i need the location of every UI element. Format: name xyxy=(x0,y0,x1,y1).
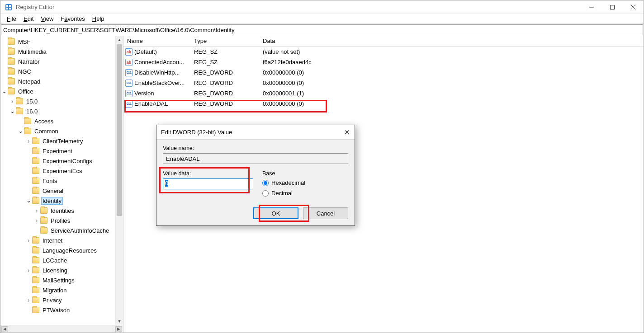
tree-pane: MSFMultimediaNarratorNGCNotepadOffice15.… xyxy=(0,36,123,333)
tree-item-label: Profiles xyxy=(49,217,71,224)
value-data-field[interactable] xyxy=(163,178,253,189)
value-name: (Default) xyxy=(134,48,157,55)
ok-button[interactable]: OK xyxy=(253,207,298,219)
radio-dec-input[interactable] xyxy=(262,190,269,197)
tree-item-general[interactable]: General xyxy=(0,186,123,196)
expand-arrow-icon[interactable] xyxy=(17,128,24,134)
value-name: EnableADAL xyxy=(134,100,168,107)
value-name: ConnectedAccou... xyxy=(134,59,184,66)
radio-hexadecimal[interactable]: Hexadecimal xyxy=(262,179,348,186)
maximize-button[interactable] xyxy=(602,0,623,14)
value-name-field[interactable] xyxy=(163,153,348,164)
tree-item-access[interactable]: Access xyxy=(0,116,123,126)
expand-arrow-icon[interactable] xyxy=(33,207,40,214)
tree-item-msf[interactable]: MSF xyxy=(0,37,123,47)
address-bar[interactable]: Computer\HKEY_CURRENT_USER\SOFTWARE\Micr… xyxy=(1,24,643,35)
dialog-title-bar[interactable]: Edit DWORD (32-bit) Value ✕ xyxy=(156,125,355,140)
minimize-button[interactable] xyxy=(581,0,602,14)
tree-item-languageresources[interactable]: LanguageResources xyxy=(0,245,123,255)
menu-help[interactable]: Help xyxy=(89,14,108,23)
folder-icon xyxy=(8,58,15,65)
tree-item-multimedia[interactable]: Multimedia xyxy=(0,47,123,56)
value-name: EnableStackOver... xyxy=(134,80,185,86)
close-button[interactable] xyxy=(623,0,644,14)
radio-hex-input[interactable] xyxy=(262,180,269,186)
tree-item-label: ExperimentEcs xyxy=(41,168,83,174)
column-data[interactable]: Data xyxy=(259,36,644,46)
scroll-thumb[interactable] xyxy=(117,44,122,216)
value-row[interactable]: 011VersionREG_DWORD0x00000001 (1) xyxy=(123,88,644,98)
radio-hex-label: Hexadecimal xyxy=(271,179,305,186)
tree-item-label: LCCache xyxy=(41,257,68,264)
tree-item-office[interactable]: Office xyxy=(0,86,123,96)
expand-arrow-icon[interactable] xyxy=(33,217,40,224)
tree-item-clienttelemetry[interactable]: ClientTelemetry xyxy=(0,136,123,146)
tree-item-common[interactable]: Common xyxy=(0,126,123,136)
list-body[interactable]: ab(Default)REG_SZ(value not set)abConnec… xyxy=(123,47,644,109)
expand-arrow-icon[interactable] xyxy=(9,98,16,105)
tree-item-privacy[interactable]: Privacy xyxy=(0,295,123,305)
tree-item-ptwatson[interactable]: PTWatson xyxy=(0,305,123,315)
column-type[interactable]: Type xyxy=(190,36,259,46)
expand-arrow-icon[interactable] xyxy=(25,267,32,274)
scroll-up-icon[interactable]: ▲ xyxy=(116,36,123,43)
value-row[interactable]: ab(Default)REG_SZ(value not set) xyxy=(123,47,644,57)
tree-item-profiles[interactable]: Profiles xyxy=(0,216,123,225)
tree-item-experimentconfigs[interactable]: ExperimentConfigs xyxy=(0,156,123,166)
tree-item-migration[interactable]: Migration xyxy=(0,285,123,295)
expand-arrow-icon[interactable] xyxy=(9,108,16,114)
menu-view[interactable]: View xyxy=(37,14,57,23)
tree-item-narrator[interactable]: Narrator xyxy=(0,56,123,66)
expand-arrow-icon[interactable] xyxy=(25,198,32,204)
tree-item-identity[interactable]: Identity xyxy=(0,196,123,206)
value-data: 0x00000000 (0) xyxy=(259,100,644,107)
expand-arrow-icon[interactable] xyxy=(25,296,32,304)
folder-icon xyxy=(32,287,39,293)
folder-icon xyxy=(32,178,39,184)
tree-item-serviceauthinfocache[interactable]: ServiceAuthInfoCache xyxy=(0,225,123,235)
expand-arrow-icon[interactable] xyxy=(25,137,32,145)
tree-item-fonts[interactable]: Fonts xyxy=(0,176,123,186)
folder-icon xyxy=(32,307,39,313)
svg-rect-2 xyxy=(9,5,11,7)
tree-item-lccache[interactable]: LCCache xyxy=(0,255,123,265)
tree-item-15-0[interactable]: 15.0 xyxy=(0,96,123,106)
tree-item-16-0[interactable]: 16.0 xyxy=(0,106,123,116)
menu-favorites[interactable]: Favorites xyxy=(57,14,88,23)
value-row[interactable]: 011EnableADALREG_DWORD0x00000000 (0) xyxy=(123,98,644,109)
tree-item-mailsettings[interactable]: MailSettings xyxy=(0,275,123,285)
radio-decimal[interactable]: Decimal xyxy=(262,190,348,197)
scroll-down-icon[interactable]: ▼ xyxy=(116,317,123,325)
tree-item-notepad[interactable]: Notepad xyxy=(0,76,123,86)
value-row[interactable]: 011DisableWinHttp...REG_DWORD0x00000000 … xyxy=(123,67,644,78)
binary-value-icon: 011 xyxy=(125,69,133,76)
expand-arrow-icon[interactable] xyxy=(0,89,8,94)
dialog-close-icon[interactable]: ✕ xyxy=(336,128,350,136)
tree-horizontal-scrollbar[interactable]: ◀ ▶ xyxy=(0,325,123,333)
tree-view[interactable]: MSFMultimediaNarratorNGCNotepadOffice15.… xyxy=(0,36,123,325)
tree-item-ngc[interactable]: NGC xyxy=(0,66,123,76)
menu-file[interactable]: File xyxy=(3,14,20,23)
folder-icon xyxy=(40,207,47,214)
expand-arrow-icon[interactable] xyxy=(25,237,32,244)
column-name[interactable]: Name xyxy=(123,36,190,46)
folder-icon xyxy=(32,168,39,174)
tree-item-experimentecs[interactable]: ExperimentEcs xyxy=(0,166,123,176)
tree-item-experiment[interactable]: Experiment xyxy=(0,146,123,156)
value-row[interactable]: abConnectedAccou...REG_SZf6a212fe0daaed4… xyxy=(123,57,644,67)
value-row[interactable]: 011EnableStackOver...REG_DWORD0x00000000… xyxy=(123,78,644,88)
scroll-right-icon[interactable]: ▶ xyxy=(115,326,122,332)
menu-edit[interactable]: Edit xyxy=(20,14,37,23)
scroll-left-icon[interactable]: ◀ xyxy=(1,326,8,332)
folder-icon xyxy=(8,88,15,94)
tree-item-internet[interactable]: Internet xyxy=(0,235,123,245)
svg-rect-4 xyxy=(9,8,11,9)
tree-vertical-scrollbar[interactable]: ▲ ▼ xyxy=(115,36,123,325)
folder-icon xyxy=(32,237,39,244)
cancel-button[interactable]: Cancel xyxy=(303,207,348,219)
folder-icon xyxy=(24,118,31,124)
value-type: REG_SZ xyxy=(190,48,259,55)
value-type: REG_DWORD xyxy=(190,80,259,86)
tree-item-identities[interactable]: Identities xyxy=(0,206,123,216)
tree-item-licensing[interactable]: Licensing xyxy=(0,265,123,275)
